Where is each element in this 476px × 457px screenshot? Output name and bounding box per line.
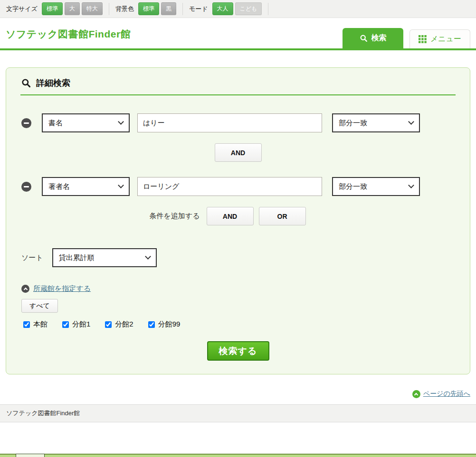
minus-icon (24, 186, 29, 187)
match-select-1[interactable]: 部分一致 (332, 113, 420, 132)
page-top-row: ページの先頭へ (0, 374, 476, 398)
select-all-libraries-button[interactable]: すべて (21, 299, 58, 313)
honkan-label: 本館 (33, 320, 48, 329)
tab-menu-label: メニュー (430, 34, 461, 44)
sort-select[interactable]: 貸出累計順 (52, 248, 157, 267)
sort-select-value: 貸出累計順 (59, 253, 95, 262)
font-size-label: 文字サイズ (6, 5, 38, 13)
panel-title-rule (20, 94, 456, 95)
panel-title: 詳細検索 (36, 77, 70, 89)
page-top-up-icon (412, 390, 420, 398)
keyword-input-2[interactable] (137, 177, 322, 196)
sort-label: ソート (21, 253, 43, 262)
toolbar-divider (268, 3, 268, 15)
add-condition-label: 条件を追加する (149, 212, 200, 221)
remove-condition-1-button[interactable] (21, 118, 31, 128)
condition-row-2: 著者名 部分一致 (21, 177, 461, 196)
add-condition-or-button[interactable]: OR (259, 207, 306, 225)
condition-row-1: 書名 部分一致 (21, 113, 461, 132)
bg-color-black-button[interactable]: 黒 (161, 2, 176, 15)
bunkan99-checkbox[interactable] (148, 321, 155, 328)
mode-kids-button[interactable]: こども (235, 2, 262, 15)
chevron-down-icon (408, 182, 414, 188)
search-icon (21, 78, 31, 88)
chevron-down-icon (118, 119, 124, 125)
all-button-row: すべて (21, 299, 461, 313)
library-checkbox-bunkan2[interactable]: 分館2 (105, 320, 133, 329)
toolbar-divider (182, 3, 183, 15)
font-size-standard-button[interactable]: 標準 (42, 2, 63, 15)
bunkan1-label: 分館1 (72, 320, 90, 329)
honkan-checkbox[interactable] (23, 321, 30, 328)
chevron-down-icon (408, 119, 414, 125)
keyword-input-1[interactable] (137, 113, 322, 132)
header-tabs: 検索 メニュー (343, 28, 470, 48)
remove-condition-2-button[interactable] (21, 182, 31, 192)
field-select-1[interactable]: 書名 (42, 113, 130, 132)
bg-color-standard-button[interactable]: 標準 (138, 2, 159, 15)
specify-holdings-link[interactable]: 所蔵館を指定する (33, 284, 91, 293)
footer-site-name: ソフテック図書館Finder館 (6, 409, 80, 418)
match-select-2[interactable]: 部分一致 (332, 177, 420, 196)
connector-row: AND (15, 143, 461, 162)
taskbar-button-edge (16, 454, 45, 457)
bunkan1-checkbox[interactable] (62, 321, 69, 328)
collapse-up-icon (21, 285, 29, 293)
library-checkbox-bunkan1[interactable]: 分館1 (62, 320, 90, 329)
search-submit-button[interactable]: 検索する (207, 341, 269, 361)
submit-row: 検索する (15, 341, 461, 361)
chevron-down-icon (145, 253, 151, 260)
tab-search-label: 検索 (371, 33, 387, 43)
mode-adult-button[interactable]: 大人 (212, 2, 233, 15)
library-checkbox-row: 本館 分館1 分館2 分館99 (23, 320, 461, 329)
bunkan2-checkbox[interactable] (105, 321, 112, 328)
page-top-link[interactable]: ページの先頭へ (423, 390, 470, 398)
toolbar-divider (109, 3, 109, 15)
library-checkbox-bunkan99[interactable]: 分館99 (148, 320, 181, 329)
grid-icon (419, 35, 427, 43)
match-select-2-value: 部分一致 (339, 182, 367, 191)
holdings-link-row: 所蔵館を指定する (21, 284, 461, 293)
add-condition-row: 条件を追加する AND OR (4, 207, 451, 225)
mode-label: モード (189, 5, 208, 13)
site-title: ソフテック図書館Finder館 (6, 28, 131, 41)
tab-menu[interactable]: メニュー (409, 29, 470, 48)
field-select-2[interactable]: 著者名 (42, 177, 130, 196)
advanced-search-panel: 詳細検索 書名 部分一致 AND 著者名 (6, 67, 470, 374)
chevron-down-icon (118, 182, 124, 188)
minus-icon (24, 122, 29, 124)
font-size-xlarge-button[interactable]: 特大 (82, 2, 103, 15)
search-icon (360, 34, 368, 42)
site-header: ソフテック図書館Finder館 検索 メニュー (0, 18, 476, 48)
main-content: 詳細検索 書名 部分一致 AND 著者名 (0, 50, 476, 374)
bg-color-label: 背景色 (115, 5, 134, 13)
page-footer: ソフテック図書館Finder館 (0, 404, 476, 422)
font-size-large-button[interactable]: 大 (65, 2, 80, 15)
accessibility-toolbar: 文字サイズ 標準 大 特大 背景色 標準 黒 モード 大人 こども (0, 0, 476, 18)
bunkan99-label: 分館99 (158, 320, 181, 329)
panel-title-row: 詳細検索 (21, 77, 461, 89)
tab-search[interactable]: 検索 (343, 28, 403, 48)
field-select-2-value: 著者名 (48, 182, 70, 191)
match-select-1-value: 部分一致 (339, 119, 367, 128)
connector-and-button[interactable]: AND (215, 143, 262, 162)
bunkan2-label: 分館2 (115, 320, 133, 329)
library-checkbox-honkan[interactable]: 本館 (23, 320, 48, 329)
sort-row: ソート 貸出累計順 (21, 248, 461, 267)
add-condition-and-button[interactable]: AND (207, 207, 254, 225)
field-select-1-value: 書名 (48, 119, 63, 128)
taskbar-edge (0, 454, 476, 457)
